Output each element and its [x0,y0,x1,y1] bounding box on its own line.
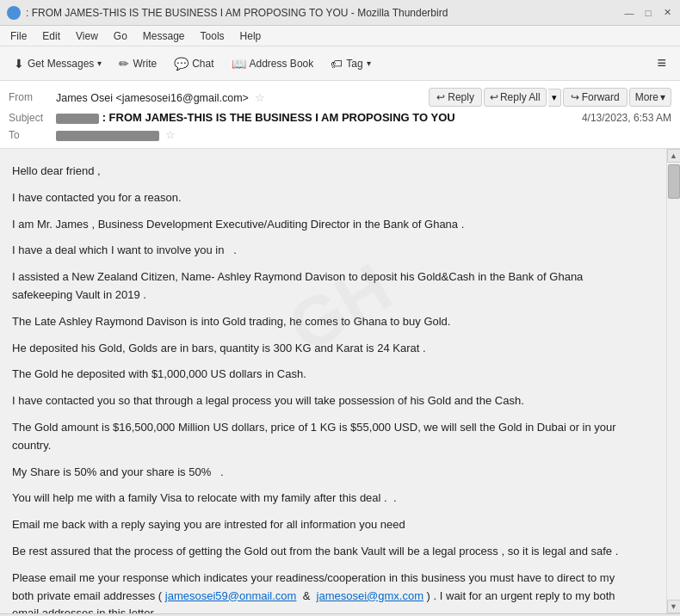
from-value: James Osei <jamesosei16@gmail.com> ☆ [56,91,422,104]
write-button[interactable]: ✏ Write [112,53,164,74]
body-p4: I have a deal which I want to involve yo… [12,242,625,260]
reply-label: Reply [448,91,474,103]
scroll-up-button[interactable]: ▲ [667,149,681,163]
app-icon [7,6,21,20]
tag-label: Tag [346,58,362,70]
to-value: ☆ [56,128,671,141]
scroll-down-button[interactable]: ▼ [667,600,681,613]
write-label: Write [133,58,157,70]
subject-value: : FROM JAMES-THIS IS THE BUSINESS I AM P… [56,111,575,124]
menu-message[interactable]: Message [136,28,192,44]
reply-button[interactable]: ↩ Reply [429,88,482,107]
address-book-label: Address Book [250,58,314,70]
address-book-button[interactable]: 📖 Address Book [225,53,321,74]
forward-icon: ↪ [571,91,579,103]
body-p15: Please email me your response which indi… [12,570,625,613]
tag-chevron[interactable]: ▾ [367,59,371,68]
toolbar: ⬇ Get Messages ▾ ✏ Write 💬 Chat 📖 Addres… [0,46,680,81]
reply-all-button[interactable]: ↩ Reply All [484,88,547,107]
to-label: To [9,129,56,141]
email-header: From James Osei <jamesosei16@gmail.com> … [0,81,680,149]
subject-row: Subject : FROM JAMES-THIS IS THE BUSINES… [9,108,671,126]
chat-icon: 💬 [174,57,189,71]
hamburger-icon: ≡ [657,54,666,72]
more-button[interactable]: More ▾ [629,88,671,107]
email-link-2[interactable]: jamesosei@gmx.com [317,589,423,602]
email-body-container: GH Hello dear friend , I have contacted … [0,149,680,613]
subject-text-part: : FROM JAMES-THIS IS THE BUSINESS I AM P… [102,111,455,124]
from-row: From James Osei <jamesosei16@gmail.com> … [9,86,671,108]
menubar: File Edit View Go Message Tools Help [0,26,680,46]
hamburger-button[interactable]: ≡ [650,51,673,76]
email-body: GH Hello dear friend , I have contacted … [0,149,637,613]
menu-help[interactable]: Help [233,28,269,44]
titlebar: : FROM JAMES-THIS IS THE BUSINESS I AM P… [0,0,680,26]
reply-all-arrow-icon: ↩ [490,91,498,103]
address-book-icon: 📖 [232,57,246,71]
body-p3: I am Mr. James , Business Development Ex… [12,216,625,234]
menu-edit[interactable]: Edit [35,28,67,44]
body-p2: I have contacted you for a reason. [12,189,625,207]
to-row: To ☆ [9,126,671,143]
body-p8: The Gold he deposited with $1,000,000 US… [12,366,625,384]
to-redacted [56,131,159,141]
menu-go[interactable]: Go [107,28,134,44]
body-p7: He deposited his Gold, Golds are in bars… [12,340,625,358]
scrollbar[interactable]: ▲ ▼ [666,149,680,613]
scrollbar-track [667,163,680,600]
scrollbar-thumb[interactable] [668,164,680,199]
body-p1: Hello dear friend , [12,163,625,181]
forward-button[interactable]: ↪ Forward [563,88,627,107]
get-messages-label: Get Messages [28,58,94,70]
email-link-1[interactable]: jamesosei59@onmail.com [165,589,297,602]
body-p9: I have contacted you so that through a l… [12,392,625,410]
forward-label: Forward [582,91,620,103]
write-icon: ✏ [119,57,129,71]
star-icon[interactable]: ☆ [255,91,265,104]
reply-all-dropdown[interactable]: ▾ [548,89,561,107]
body-p10: The Gold amount is $16,500,000 Million U… [12,419,625,455]
email-scroll-area[interactable]: GH Hello dear friend , I have contacted … [0,149,666,613]
more-chevron-icon: ▾ [660,91,665,103]
body-p12: You will help me with a family Visa to r… [12,490,625,508]
from-label: From [9,91,56,103]
subject-redacted [56,114,99,124]
body-p5: I assisted a New Zealand Citizen, Name- … [12,268,625,305]
tag-icon: 🏷 [331,57,343,71]
close-button[interactable]: ✕ [661,7,673,19]
menu-file[interactable]: File [3,28,34,44]
body-p13: Email me back with a reply saying you ar… [12,516,625,534]
email-date: 4/13/2023, 6:53 AM [582,112,671,124]
get-messages-chevron[interactable]: ▾ [97,59,102,68]
window-controls[interactable]: — □ ✕ [623,7,673,19]
get-messages-icon: ⬇ [14,57,24,71]
maximize-button[interactable]: □ [642,7,654,19]
to-star-icon[interactable]: ☆ [165,128,176,141]
chat-button[interactable]: 💬 Chat [167,53,220,74]
menu-tools[interactable]: Tools [194,28,232,44]
reply-buttons: ↩ Reply ↩ Reply All ▾ ↪ Forward More ▾ [429,88,671,107]
body-p11: My Share is 50% and your share is 50% . [12,464,625,482]
more-label: More [635,91,658,103]
tag-button[interactable]: 🏷 Tag ▾ [324,53,377,74]
reply-all-label: Reply All [500,91,541,103]
subject-label: Subject [9,112,56,124]
menu-view[interactable]: View [69,28,105,44]
chat-label: Chat [192,58,213,70]
body-p14: Be rest assured that the process of gett… [12,543,625,561]
sender-name: James Osei <jamesosei16@gmail.com> [56,92,249,104]
minimize-button[interactable]: — [623,7,635,19]
window-title: : FROM JAMES-THIS IS THE BUSINESS I AM P… [26,7,616,19]
get-messages-button[interactable]: ⬇ Get Messages ▾ [7,53,108,74]
body-p6: The Late Ashley Raymond Davison is into … [12,313,625,331]
reply-arrow-icon: ↩ [436,91,445,103]
